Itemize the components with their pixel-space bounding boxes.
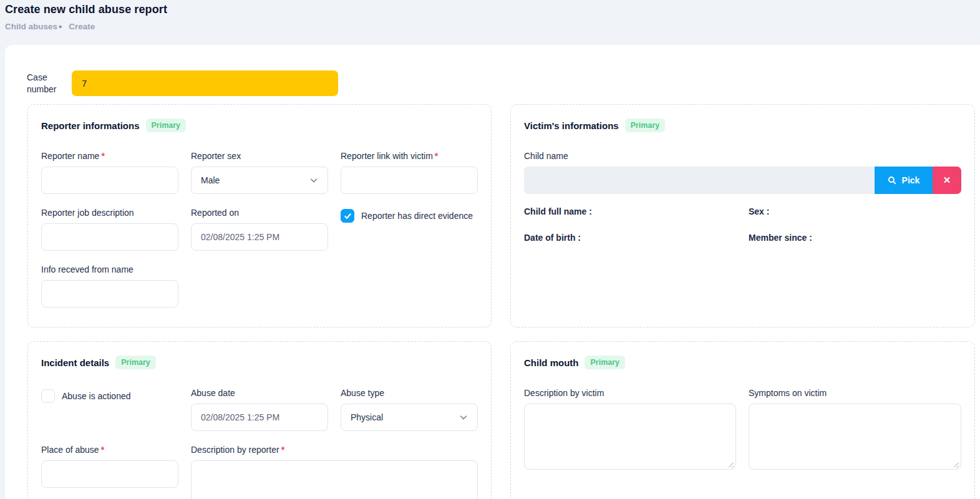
field-abuse-date: Abuse date [191, 388, 328, 431]
primary-badge: Primary [146, 119, 187, 132]
section-reporter-informations: Reporter informations Primary Reporter n… [27, 104, 492, 327]
place-of-abuse-label: Place of abuse [41, 445, 99, 455]
reporter-job-label: Reporter job description [41, 208, 178, 218]
field-description-by-reporter: Description by reporter* [191, 445, 478, 499]
child-full-name-label: Child full name : [524, 206, 749, 216]
breadcrumb-separator: • [59, 24, 62, 30]
primary-badge: Primary [625, 119, 666, 132]
child-name-label: Child name [524, 151, 961, 161]
field-symptoms-on-victim: Symptoms on victim [749, 388, 961, 470]
direct-evidence-checkbox[interactable] [341, 209, 354, 223]
description-by-victim-textarea[interactable] [524, 404, 736, 470]
child-name-group: Pick ✕ [524, 167, 961, 194]
section-child-mouth: Child mouth Primary Description by victi… [510, 341, 975, 499]
required-marker: * [101, 445, 104, 455]
reporter-sex-label: Reporter sex [191, 151, 328, 161]
child-name-input [524, 167, 875, 194]
case-number-input[interactable] [72, 70, 338, 96]
member-since-label: Member since : [749, 233, 961, 243]
field-reporter-name: Reporter name* [41, 151, 178, 194]
abuse-type-select[interactable]: Physical [341, 404, 478, 431]
symptoms-on-victim-label: Symptoms on victim [749, 388, 961, 398]
abuse-actioned-label: Abuse is actioned [62, 389, 131, 401]
reporter-sex-value: Male [201, 175, 220, 185]
page-title: Create new child abuse report [5, 3, 975, 16]
reporter-link-input[interactable] [341, 167, 478, 194]
resize-handle[interactable] [728, 462, 734, 468]
primary-badge: Primary [585, 356, 625, 369]
description-by-reporter-label: Description by reporter [191, 445, 279, 455]
case-number-row: Case number [5, 45, 980, 96]
search-icon [888, 176, 896, 185]
victim-summary: Child full name : Sex : Date of birth : … [524, 206, 961, 243]
field-reported-on: Reported on [191, 208, 328, 251]
breadcrumb-parent[interactable]: Child abuses [5, 22, 57, 31]
symptoms-on-victim-textarea[interactable] [749, 404, 961, 470]
reported-on-label: Reported on [191, 208, 328, 218]
section-title: Victim's informations [524, 120, 619, 131]
resize-handle[interactable] [953, 462, 959, 468]
breadcrumb-current: Create [69, 22, 95, 31]
section-incident-details: Incident details Primary Abuse is action… [27, 341, 492, 499]
required-marker: * [435, 151, 438, 161]
abuse-date-label: Abuse date [191, 388, 328, 398]
reported-on-input[interactable] [191, 223, 328, 251]
abuse-type-label: Abuse type [341, 388, 478, 398]
abuse-actioned-checkbox[interactable] [41, 389, 55, 403]
close-icon: ✕ [943, 175, 951, 186]
place-of-abuse-input[interactable] [41, 460, 178, 488]
primary-badge: Primary [115, 356, 156, 369]
field-direct-evidence: Reporter has direct evidence [341, 209, 478, 251]
section-title: Incident details [41, 357, 109, 368]
reporter-name-input[interactable] [41, 167, 178, 194]
reporter-sex-select[interactable]: Male [191, 167, 328, 194]
field-abuse-actioned: Abuse is actioned [41, 389, 178, 431]
check-icon [344, 212, 352, 220]
reporter-name-label: Reporter name [41, 151, 99, 161]
section-victim-informations: Victim's informations Primary Child name… [510, 104, 975, 327]
field-info-received: Info receved from name [41, 264, 178, 308]
sex-label: Sex : [749, 206, 961, 216]
case-number-label: Case number [27, 72, 67, 95]
field-reporter-link: Reporter link with victim* [341, 151, 478, 194]
section-title: Child mouth [524, 357, 578, 368]
field-reporter-job: Reporter job description [41, 208, 178, 251]
reporter-link-label: Reporter link with victim [341, 151, 433, 161]
description-by-victim-label: Description by victim [524, 388, 736, 398]
info-received-input[interactable] [41, 280, 178, 308]
chevron-down-icon [459, 413, 468, 422]
required-marker: * [281, 445, 284, 455]
required-marker: * [101, 151, 104, 161]
form-panel: Case number Reporter informations Primar… [5, 45, 980, 499]
clear-child-button[interactable]: ✕ [933, 167, 961, 194]
field-abuse-type: Abuse type Physical [341, 388, 478, 431]
breadcrumb: Child abuses • Create [5, 22, 975, 31]
section-title: Reporter informations [41, 120, 140, 131]
pick-button[interactable]: Pick [875, 167, 933, 194]
abuse-type-value: Physical [351, 412, 383, 422]
page-header: Create new child abuse report Child abus… [0, 0, 980, 40]
date-of-birth-label: Date of birth : [524, 233, 749, 243]
abuse-date-input[interactable] [191, 404, 328, 431]
info-received-label: Info receved from name [41, 264, 178, 274]
field-place-of-abuse: Place of abuse* [41, 445, 178, 499]
field-description-by-victim: Description by victim [524, 388, 736, 470]
chevron-down-icon [309, 176, 318, 185]
reporter-job-input[interactable] [41, 223, 178, 251]
pick-button-label: Pick [902, 175, 920, 185]
field-reporter-sex: Reporter sex Male [191, 151, 328, 194]
description-by-reporter-textarea[interactable] [191, 460, 478, 499]
direct-evidence-label: Reporter has direct evidence [361, 209, 473, 221]
